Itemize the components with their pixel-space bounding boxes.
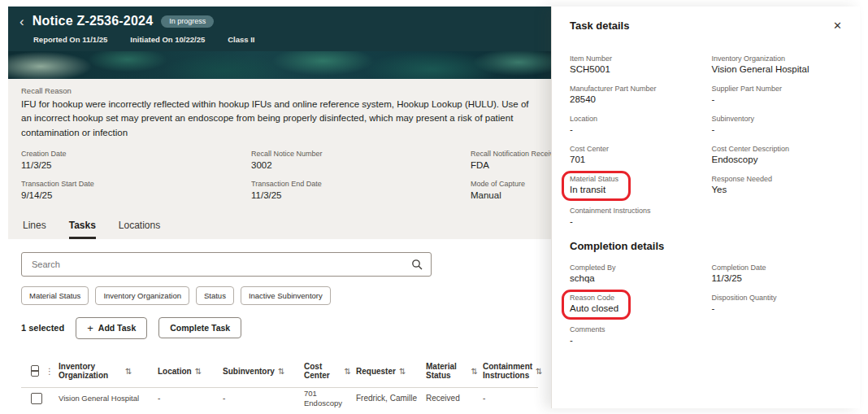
sort-icon[interactable]: ⇅	[195, 367, 202, 377]
table-header-row: ⋮ Inventory Organization⇅ Location⇅ Subi…	[21, 359, 538, 388]
field-item-number: Item Number SCH5001	[570, 54, 701, 74]
meta-reported-on: Reported On 11/1/25	[33, 35, 107, 44]
kebab-icon[interactable]: ⋮	[46, 367, 54, 377]
reason-code-annotation: Reason Code Auto closed	[562, 290, 631, 320]
field-subinventory: Subinventory -	[712, 115, 843, 134]
tasks-tab-content: Material Status Inventory Organization S…	[8, 239, 551, 408]
completion-details-heading: Completion details	[570, 240, 842, 252]
plus-icon: +	[87, 323, 93, 333]
col-subinventory: Subinventory	[223, 367, 275, 377]
notice-header: ‹ Notice Z-2536-2024 In progress Reporte…	[8, 7, 551, 51]
field-material-status: Material Status In transit	[570, 175, 701, 196]
recall-reason-text: IFU for hookup were incorrectly reflecte…	[21, 98, 538, 140]
search-icon[interactable]	[411, 259, 423, 270]
app-window: ‹ Notice Z-2536-2024 In progress Reporte…	[8, 7, 860, 408]
field-completed-by: Completed By schqa	[570, 264, 701, 283]
field-transaction-end-date: Transaction End Date 11/3/25	[251, 180, 471, 200]
sort-icon[interactable]: ⇅	[536, 367, 542, 377]
close-icon[interactable]: ✕	[833, 20, 842, 32]
tasks-table: ⋮ Inventory Organization⇅ Location⇅ Subi…	[21, 359, 538, 408]
sort-icon[interactable]: ⇅	[278, 367, 284, 377]
field-comments: Comments -	[570, 325, 701, 345]
col-cost-center: Cost Center	[304, 362, 341, 381]
decorative-banner	[8, 51, 551, 79]
sort-icon[interactable]: ⇅	[399, 367, 406, 377]
select-all-checkbox[interactable]	[31, 365, 39, 377]
selected-count: 1 selected	[21, 323, 64, 333]
back-icon[interactable]: ‹	[20, 15, 24, 28]
sort-icon[interactable]: ⇅	[125, 367, 132, 377]
tab-tasks[interactable]: Tasks	[69, 220, 96, 239]
field-recall-notice-number: Recall Notice Number 3002	[251, 150, 471, 170]
meta-class: Class II	[228, 35, 254, 44]
meta-initiated-on: Initiated On 10/22/25	[130, 35, 205, 44]
field-inventory-organization: Inventory Organization Vision General Ho…	[712, 54, 843, 74]
chip-inventory-organization[interactable]: Inventory Organization	[95, 286, 189, 305]
task-details-panel: Task details ✕ Item Number SCH5001 Inven…	[551, 7, 860, 408]
tab-locations[interactable]: Locations	[119, 220, 160, 239]
recall-fields-grid: Creation Date 11/3/25 Recall Notice Numb…	[21, 150, 538, 200]
sort-icon[interactable]: ⇅	[345, 367, 351, 377]
col-containment-instructions: Containment Instructions	[483, 362, 532, 381]
completion-fields-grid: Completed By schqa Completion Date 11/3/…	[570, 264, 842, 355]
field-reason-code: Reason Code Auto closed	[570, 294, 701, 315]
field-transaction-start-date: Transaction Start Date 9/14/25	[21, 180, 251, 200]
col-inventory-organization: Inventory Organization	[59, 362, 122, 381]
filter-chips: Material Status Inventory Organization S…	[21, 286, 538, 305]
status-badge: In progress	[161, 15, 214, 28]
search-input[interactable]	[30, 259, 411, 270]
col-requester: Requester	[356, 367, 396, 377]
field-creation-date: Creation Date 11/3/25	[21, 150, 251, 170]
field-mode-of-capture: Mode of Capture Manual	[471, 180, 551, 200]
material-status-annotation: Material Status In transit	[562, 171, 631, 201]
main-content: ‹ Notice Z-2536-2024 In progress Reporte…	[8, 7, 551, 408]
chip-inactive-subinventory[interactable]: Inactive Subinventory	[241, 286, 331, 305]
task-fields-grid: Item Number SCH5001 Inventory Organizati…	[570, 54, 842, 237]
recall-info-section: Recall Reason IFU for hookup were incorr…	[8, 79, 551, 210]
panel-title: Task details	[570, 20, 629, 32]
search-box[interactable]	[21, 252, 432, 277]
recall-reason-label: Recall Reason	[21, 86, 538, 95]
field-completion-date: Completion Date 11/3/25	[712, 264, 843, 283]
col-material-status: Material Status	[426, 362, 468, 381]
sort-icon[interactable]: ⇅	[471, 367, 478, 377]
field-response-needed: Response Needed Yes	[712, 175, 843, 196]
complete-task-button[interactable]: Complete Task	[158, 317, 241, 338]
field-manufacturer-part-number: Manufacturer Part Number 28540	[570, 85, 701, 104]
add-task-button[interactable]: + Add Task	[76, 317, 147, 339]
table-row[interactable]: Vision General Hospital - - 701 Endoscop…	[21, 388, 538, 408]
tab-bar: Lines Tasks Locations	[8, 210, 551, 239]
row-checkbox[interactable]	[31, 393, 42, 404]
field-disposition-quantity: Disposition Quantity -	[712, 294, 843, 315]
tab-lines[interactable]: Lines	[23, 220, 46, 239]
field-cost-center: Cost Center 701	[570, 145, 701, 164]
chip-status[interactable]: Status	[196, 286, 234, 305]
col-location: Location	[158, 367, 192, 377]
table-actions: 1 selected + Add Task Complete Task	[21, 317, 538, 339]
field-recall-notification-received-from: Recall Notification Received Fr FDA	[471, 150, 551, 170]
field-cost-center-description: Cost Center Description Endoscopy	[712, 145, 843, 164]
notice-meta-row: Reported On 11/1/25 Initiated On 10/22/2…	[20, 35, 540, 44]
field-containment-instructions: Containment Instructions -	[570, 207, 701, 226]
chip-material-status[interactable]: Material Status	[21, 286, 89, 305]
field-supplier-part-number: Supplier Part Number -	[712, 85, 843, 104]
field-location: Location -	[570, 115, 701, 134]
page-title: Notice Z-2536-2024	[33, 14, 154, 28]
notice-title-row: ‹ Notice Z-2536-2024 In progress	[20, 14, 540, 28]
panel-header: Task details ✕	[570, 20, 842, 32]
